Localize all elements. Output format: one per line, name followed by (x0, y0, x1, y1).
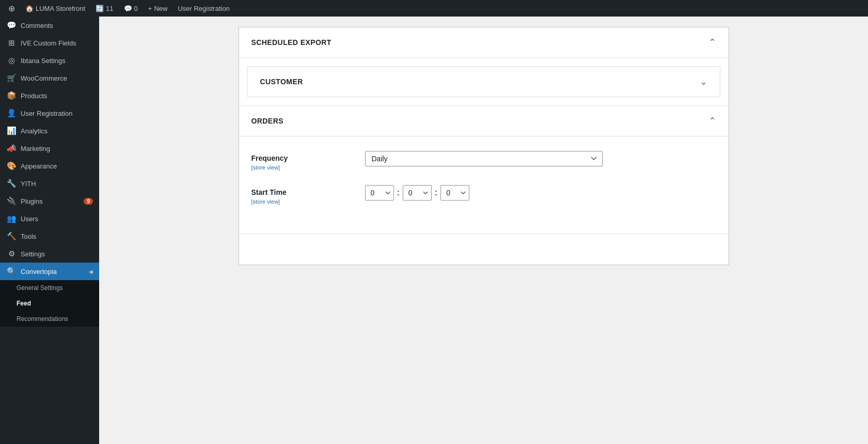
sidebar-item-tools[interactable]: 🔨 Tools (0, 227, 99, 245)
sidebar-item-settings[interactable]: ⚙ Settings (0, 245, 99, 263)
time-group: 0123 4567 891011 12131415 16171819 20212… (365, 185, 716, 201)
ibtana-icon: ◎ (6, 56, 17, 65)
scheduled-export-toggle: ⌃ (708, 37, 716, 48)
sub-menu-general-settings[interactable]: General Settings (0, 280, 99, 296)
time-separator-1: : (397, 188, 400, 197)
sub-menu-label-feed: Feed (17, 300, 93, 307)
sub-menu-label-recommendations: Recommendations (17, 315, 93, 323)
plugins-icon: 🔌 (6, 196, 17, 206)
sidebar-item-marketing[interactable]: 📣 Marketing (0, 140, 99, 157)
home-icon: 🏠 (25, 5, 34, 12)
sidebar-item-yith[interactable]: 🔧 YITH (0, 175, 99, 192)
comments-count: 0 (134, 5, 138, 12)
wp-logo[interactable]: ⊕ (4, 0, 19, 17)
start-time-label-group: Start Time [store view] (251, 185, 365, 205)
sidebar-item-label-plugins: Plugins (21, 197, 80, 205)
page-panel: SCHEDULED EXPORT ⌃ CUSTOMER ⌄ ORDERS ⌃ (239, 27, 729, 265)
convertopia-arrow: ◀ (89, 269, 93, 274)
scheduled-export-title: SCHEDULED EXPORT (251, 38, 332, 47)
settings-icon: ⚙ (6, 249, 17, 258)
new-label: New (154, 5, 167, 12)
start-time-note: [store view] (251, 198, 365, 205)
convertopia-icon: 🔍 (6, 267, 17, 276)
storefront-link[interactable]: 🏠 LUMA Storefront (21, 0, 89, 17)
frequency-select[interactable]: Daily Weekly Monthly (365, 151, 603, 166)
ive-icon: ⊞ (6, 38, 17, 48)
orders-header[interactable]: ORDERS ⌃ (239, 106, 729, 136)
plus-icon: + (148, 5, 152, 12)
hour-select[interactable]: 0123 4567 891011 12131415 16171819 20212… (365, 185, 394, 201)
sidebar-item-label-woo: WooCommerce (21, 74, 93, 82)
admin-bar: ⊕ 🏠 LUMA Storefront 🔄 11 💬 0 + New User … (0, 0, 868, 17)
tools-icon: 🔨 (6, 232, 17, 241)
user-reg-icon: 👤 (6, 109, 17, 118)
main-content: SCHEDULED EXPORT ⌃ CUSTOMER ⌄ ORDERS ⌃ (99, 17, 868, 444)
marketing-icon: 📣 (6, 144, 17, 153)
start-time-control: 0123 4567 891011 12131415 16171819 20212… (365, 185, 716, 201)
sidebar-item-label-comments: Comments (21, 22, 93, 29)
frequency-label: Frequency (251, 154, 365, 162)
sub-menu-label-general: General Settings (17, 284, 93, 292)
customer-toggle: ⌄ (700, 76, 707, 87)
sub-menu-feed[interactable]: Feed (0, 296, 99, 311)
orders-content: Frequency [store view] Daily Weekly Mont… (239, 136, 729, 234)
sidebar-item-label-convertopia: Convertopia (21, 268, 85, 275)
sidebar-item-appearance[interactable]: 🎨 Appearance (0, 157, 99, 175)
minute-select[interactable]: 051015 20253035 40455055 (403, 185, 432, 201)
orders-toggle: ⌃ (708, 115, 716, 127)
sidebar-item-label-ive: IVE Custom Fields (21, 39, 93, 47)
layout: 💬 Comments ⊞ IVE Custom Fields ◎ Ibtana … (0, 17, 868, 444)
frequency-row: Frequency [store view] Daily Weekly Mont… (251, 151, 716, 171)
comments-link[interactable]: 💬 0 (120, 0, 142, 17)
woo-icon: 🛒 (6, 73, 17, 83)
sidebar-item-products[interactable]: 📦 Products (0, 87, 99, 104)
sidebar: 💬 Comments ⊞ IVE Custom Fields ◎ Ibtana … (0, 17, 99, 444)
sidebar-item-user-registration[interactable]: 👤 User Registration (0, 104, 99, 122)
second-select[interactable]: 051015 20253035 40455055 (440, 185, 469, 201)
bottom-placeholder (239, 234, 729, 265)
orders-section: ORDERS ⌃ Frequency [store view] Daily (239, 105, 729, 234)
comments-icon: 💬 (124, 5, 132, 12)
sidebar-item-woocommerce[interactable]: 🛒 WooCommerce (0, 69, 99, 87)
sidebar-item-label-marketing: Marketing (21, 145, 93, 152)
updates-icon: 🔄 (96, 5, 104, 12)
customer-header[interactable]: CUSTOMER ⌄ (248, 67, 720, 97)
sidebar-item-label-ibtana: Ibtana Settings (21, 57, 93, 65)
wp-icon: ⊕ (8, 4, 15, 13)
comments-nav-icon: 💬 (6, 21, 17, 30)
time-separator-2: : (435, 188, 437, 197)
products-icon: 📦 (6, 91, 17, 100)
sidebar-item-label-products: Products (21, 92, 93, 100)
start-time-label: Start Time (251, 188, 365, 196)
yith-icon: 🔧 (6, 179, 17, 188)
sub-menu: General Settings Feed Recommendations (0, 280, 99, 327)
sidebar-item-plugins[interactable]: 🔌 Plugins 9 (0, 192, 99, 210)
users-icon: 👥 (6, 214, 17, 223)
sidebar-item-analytics[interactable]: 📊 Analytics (0, 122, 99, 140)
user-registration-link[interactable]: User Registration (173, 0, 233, 17)
updates-link[interactable]: 🔄 11 (91, 0, 117, 17)
scheduled-export-header[interactable]: SCHEDULED EXPORT ⌃ (239, 27, 729, 58)
orders-title: ORDERS (251, 117, 283, 125)
customer-panel: CUSTOMER ⌄ (247, 66, 720, 97)
sidebar-item-convertopia[interactable]: 🔍 Convertopia ◀ (0, 263, 99, 280)
user-registration-bar-label: User Registration (178, 5, 229, 12)
start-time-row: Start Time [store view] 0123 4567 891011… (251, 185, 716, 205)
sidebar-item-comments[interactable]: 💬 Comments (0, 17, 99, 34)
frequency-note: [store view] (251, 164, 365, 171)
updates-count: 11 (106, 5, 113, 12)
sidebar-item-label-tools: Tools (21, 233, 93, 240)
sidebar-item-label-appearance: Appearance (21, 162, 93, 170)
sidebar-item-label-user-reg: User Registration (21, 110, 93, 117)
sidebar-item-ibtana[interactable]: ◎ Ibtana Settings (0, 52, 99, 69)
new-menu[interactable]: + New (144, 0, 172, 17)
sidebar-item-label-users: Users (21, 215, 93, 223)
analytics-icon: 📊 (6, 126, 17, 135)
sidebar-item-label-yith: YITH (21, 180, 93, 188)
customer-title: CUSTOMER (260, 78, 303, 86)
appearance-icon: 🎨 (6, 161, 17, 171)
frequency-control: Daily Weekly Monthly (365, 151, 716, 166)
sidebar-item-ive[interactable]: ⊞ IVE Custom Fields (0, 34, 99, 52)
sub-menu-recommendations[interactable]: Recommendations (0, 311, 99, 327)
sidebar-item-users[interactable]: 👥 Users (0, 210, 99, 227)
